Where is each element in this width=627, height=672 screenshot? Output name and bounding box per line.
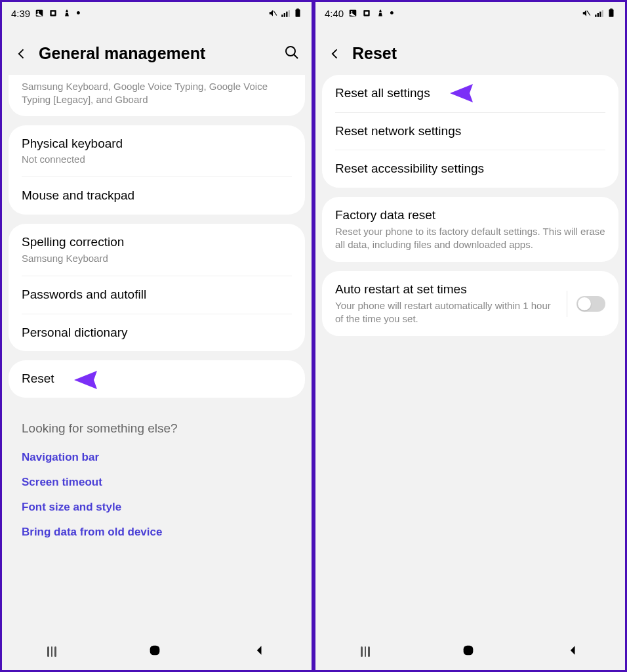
battery-icon <box>607 9 616 18</box>
reset-item[interactable]: Reset <box>9 360 305 398</box>
home-icon <box>461 643 475 658</box>
svg-rect-8 <box>289 10 290 16</box>
reset-network-settings-item[interactable]: Reset network settings <box>322 113 618 150</box>
svg-rect-24 <box>610 9 613 10</box>
chevron-left-icon <box>567 644 580 657</box>
chevron-left-icon <box>329 47 342 60</box>
input-devices-card: Physical keyboard Not connected Mouse an… <box>9 125 305 215</box>
phone-left: 4:39 • General management Samsung Keyboa… <box>0 0 314 672</box>
chevron-left-icon <box>253 644 266 657</box>
item-title: Reset <box>22 371 292 387</box>
item-title: Reset all settings <box>335 85 605 102</box>
header: Reset <box>315 24 625 75</box>
svg-rect-25 <box>463 646 473 656</box>
chess-icon <box>376 9 385 18</box>
home-button[interactable] <box>461 643 475 660</box>
item-title: Spelling correction <box>22 234 292 251</box>
item-title: Factory data reset <box>335 207 605 224</box>
svg-point-15 <box>351 11 352 12</box>
more-dot-icon: • <box>76 7 80 19</box>
svg-rect-23 <box>609 9 614 17</box>
svg-rect-5 <box>281 14 283 17</box>
link-bring-data[interactable]: Bring data from old device <box>22 520 292 545</box>
svg-rect-19 <box>595 14 596 17</box>
item-title: Personal dictionary <box>22 325 292 341</box>
phone-right: 4:40 • Reset Reset all settings <box>314 0 627 672</box>
recents-button[interactable] <box>361 646 370 657</box>
square-icon <box>362 9 371 18</box>
page-title: General management <box>39 44 275 63</box>
search-button[interactable] <box>284 45 300 63</box>
text-settings-card: Spelling correction Samsung Keyboard Pas… <box>9 224 305 351</box>
link-navigation-bar[interactable]: Navigation bar <box>22 445 292 470</box>
keyboard-card: Samsung Keyboard, Google Voice Typing, G… <box>9 75 305 116</box>
reset-all-settings-item[interactable]: Reset all settings <box>322 75 618 112</box>
square-icon <box>49 9 58 18</box>
auto-restart-card: Auto restart at set times Your phone wil… <box>322 271 618 336</box>
item-subtitle: Samsung Keyboard <box>22 252 292 265</box>
back-button[interactable] <box>327 46 343 62</box>
clock: 4:39 <box>11 8 30 19</box>
item-title: Auto restart at set times <box>335 282 557 298</box>
header: General management <box>2 24 312 75</box>
svg-rect-17 <box>365 12 369 15</box>
status-bar: 4:40 • <box>315 2 625 24</box>
svg-rect-3 <box>52 12 55 15</box>
svg-point-11 <box>286 47 295 56</box>
looking-title: Looking for something else? <box>22 421 292 436</box>
recents-button[interactable] <box>47 646 56 657</box>
nav-back-button[interactable] <box>567 644 580 660</box>
item-title: Mouse and trackpad <box>22 188 292 204</box>
reset-accessibility-settings-item[interactable]: Reset accessibility settings <box>322 150 618 188</box>
back-button[interactable] <box>14 46 30 62</box>
nav-back-button[interactable] <box>253 644 266 660</box>
item-subtitle: Your phone will restart automatically wi… <box>335 299 557 326</box>
chess-icon <box>62 9 71 18</box>
svg-line-12 <box>294 54 298 58</box>
status-bar: 4:39 • <box>2 2 312 24</box>
image-icon <box>348 9 357 18</box>
signal-icon <box>594 9 603 18</box>
svg-rect-9 <box>296 9 300 17</box>
item-subtitle: Not connected <box>22 153 292 166</box>
more-dot-icon: • <box>390 7 394 19</box>
content-area: Samsung Keyboard, Google Voice Typing, G… <box>2 75 312 633</box>
chevron-left-icon <box>15 47 28 60</box>
spelling-correction-item[interactable]: Spelling correction Samsung Keyboard <box>9 224 305 276</box>
factory-data-reset-item[interactable]: Factory data reset Reset your phone to i… <box>322 197 618 262</box>
physical-keyboard-item[interactable]: Physical keyboard Not connected <box>9 125 305 177</box>
mute-icon <box>582 9 591 18</box>
home-icon <box>148 643 162 658</box>
svg-line-18 <box>587 11 590 16</box>
svg-rect-10 <box>296 9 299 10</box>
passwords-autofill-item[interactable]: Passwords and autofill <box>9 276 305 314</box>
home-button[interactable] <box>148 643 162 660</box>
mouse-trackpad-item[interactable]: Mouse and trackpad <box>9 177 305 215</box>
auto-restart-item[interactable]: Auto restart at set times Your phone wil… <box>322 271 618 336</box>
item-subtitle: Reset your phone to its factory default … <box>335 225 605 252</box>
item-title: Reset accessibility settings <box>335 161 605 177</box>
svg-rect-13 <box>150 646 159 656</box>
personal-dictionary-item[interactable]: Personal dictionary <box>9 314 305 352</box>
svg-rect-21 <box>599 12 601 17</box>
vertical-divider <box>567 291 567 317</box>
content-area: Reset all settings Reset network setting… <box>315 75 625 633</box>
system-navbar <box>2 633 312 670</box>
item-title: Passwords and autofill <box>22 287 292 303</box>
link-font-size-style[interactable]: Font size and style <box>22 495 292 520</box>
auto-restart-toggle[interactable] <box>576 296 605 312</box>
factory-reset-card: Factory data reset Reset your phone to i… <box>322 197 618 262</box>
item-title: Reset network settings <box>335 123 605 140</box>
svg-rect-22 <box>602 10 603 16</box>
clock: 4:40 <box>325 8 344 19</box>
item-title: Physical keyboard <box>22 136 292 152</box>
link-screen-timeout[interactable]: Screen timeout <box>22 470 292 495</box>
looking-section: Looking for something else? Navigation b… <box>9 407 305 551</box>
reset-card: Reset <box>9 360 305 398</box>
svg-rect-20 <box>597 13 599 17</box>
page-title: Reset <box>352 44 613 63</box>
search-icon <box>284 45 300 60</box>
svg-line-4 <box>273 11 277 16</box>
mute-icon <box>268 9 277 18</box>
svg-point-1 <box>37 11 39 12</box>
